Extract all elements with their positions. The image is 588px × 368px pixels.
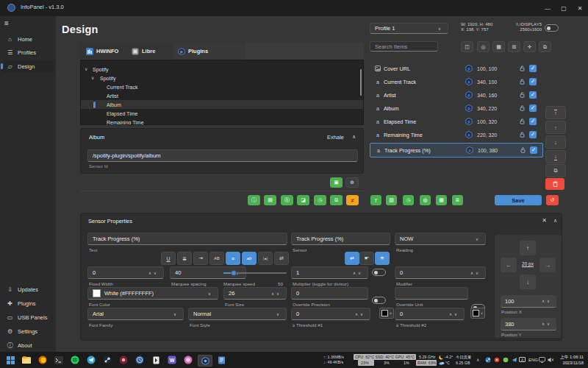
lock-icon[interactable] [520, 105, 525, 111]
slider-knob[interactable] [231, 270, 237, 276]
tray-language[interactable]: ENG [528, 358, 538, 362]
add-chart-button[interactable]: ▦ [436, 195, 447, 205]
toolbar-power-button[interactable]: ◎ [477, 41, 490, 52]
format-marquee-button[interactable]: ⇄ [274, 252, 289, 265]
format-align-button[interactable]: ≡ [226, 252, 240, 265]
font-color-select[interactable]: White (#FFFFFFFF) ∨ [87, 287, 218, 300]
taskbar-app-notes[interactable] [216, 355, 226, 365]
tray-speaker-icon[interactable] [548, 357, 554, 363]
taskbar-app-w[interactable]: W [167, 355, 177, 365]
taskbar-terminal[interactable] [54, 355, 64, 365]
move-down-button[interactable]: ↓ [545, 135, 566, 149]
move-to-bottom-button[interactable]: ↓ [545, 150, 566, 163]
taskbar-explorer[interactable] [21, 355, 32, 365]
stepper-carets[interactable]: ∧∨ [353, 271, 363, 275]
sidebar-item-plugins[interactable]: ✚ Plugins [2, 297, 54, 309]
stepper-carets[interactable]: ∧∨ [449, 312, 459, 316]
lock-icon[interactable] [520, 66, 525, 71]
start-button[interactable] [5, 355, 15, 365]
tray-green-icon[interactable] [503, 357, 509, 363]
toolbar-move-button[interactable]: ✛ [523, 41, 536, 52]
add-clock-button[interactable]: ◷ [403, 195, 414, 205]
visible-checkbox[interactable]: ✓ [529, 105, 537, 112]
add-text-button[interactable]: T [370, 195, 381, 205]
add-image-button[interactable]: ▨ [386, 195, 397, 205]
taskbar-app-small[interactable] [151, 355, 161, 365]
format-underline-button[interactable]: U [161, 252, 176, 265]
tree-item-spotify-root[interactable]: ∨ Spotify [81, 65, 363, 74]
display-item-artist[interactable]: a Artist p 340, 160 ✓ [370, 88, 542, 102]
override-unit-input[interactable] [395, 287, 468, 300]
visible-checkbox[interactable]: ✓ [529, 91, 537, 99]
override-precision-input[interactable]: 0 [291, 287, 368, 300]
position-y-stepper[interactable]: 380 ∧∨ [501, 318, 556, 330]
profile-select[interactable]: Profile 1 ∨ [370, 23, 448, 34]
toolbar-hide-button[interactable]: ◫ [461, 41, 473, 52]
sidebar-item-profiles[interactable]: ☰ Profiles [2, 46, 54, 58]
plugin-docs-button[interactable]: ▤ [264, 195, 276, 205]
reading-select[interactable]: NOW ∨ [395, 233, 486, 245]
move-up-button[interactable]: ↑ [545, 121, 566, 134]
threshold2-color-select[interactable]: ∨ [470, 308, 485, 319]
nudge-up-button[interactable]: ↑ [520, 241, 536, 255]
reload-button[interactable]: ↺ [546, 195, 559, 205]
visible-checkbox[interactable]: ✓ [529, 131, 537, 138]
stepper-carets[interactable]: ∧∨ [542, 299, 552, 303]
save-button[interactable]: Save [495, 195, 542, 205]
stepper-carets[interactable]: ∧∨ [355, 312, 365, 316]
format-audio-button[interactable]: (●) [258, 252, 273, 265]
tree-item-remaining-time[interactable]: Remaining Time [81, 118, 363, 125]
position-x-stepper[interactable]: 100 ∧∨ [501, 295, 556, 308]
tray-telegram-icon[interactable] [512, 357, 517, 363]
lock-icon[interactable] [520, 92, 525, 98]
search-input[interactable] [370, 41, 438, 52]
close-button[interactable]: ✕ [572, 0, 588, 16]
display-item-cover-url[interactable]: Cover URL p 100, 100 ✓ [370, 62, 542, 75]
tree-item-album-selected[interactable]: Album [81, 100, 363, 109]
close-icon[interactable]: ✕ [542, 217, 547, 224]
sensor-auto-button[interactable]: ✳ [375, 252, 390, 265]
taskbar-app-maroon[interactable] [118, 355, 129, 365]
tree-item-spotify-child[interactable]: ∨ Spotify [81, 74, 363, 82]
stepper-carets[interactable]: ∧∨ [470, 271, 481, 275]
sidebar-item-about[interactable]: ⓘ About [2, 339, 54, 351]
taskbar-telegram[interactable] [86, 355, 96, 365]
add-gauge-button[interactable]: ◍ [420, 195, 431, 205]
lock-icon[interactable] [520, 118, 525, 124]
plugin-clock-button[interactable]: ◷ [314, 195, 326, 205]
chevron-down-icon[interactable]: ∨ [91, 75, 94, 80]
fixed-width-stepper[interactable]: 0 ∧∨ [87, 266, 164, 279]
duplicate-button[interactable]: ⧉ [545, 164, 566, 177]
modifier-stepper[interactable]: 0 ∧∨ [395, 266, 486, 279]
tray-display-icon[interactable] [539, 357, 545, 363]
plugin-folder-button[interactable]: ◪ [297, 195, 309, 205]
lock-icon[interactable] [520, 147, 526, 153]
tray-red-icon[interactable] [494, 357, 500, 363]
sidebar-item-design[interactable]: ▱ Design [2, 60, 54, 72]
sensor-id-input[interactable]: /spotify-plugin/spotify/album [87, 149, 358, 162]
multiplier-stepper[interactable]: 1 ∧∨ [291, 266, 368, 279]
tab-hwinfo[interactable]: HWiNFO [82, 43, 123, 60]
taskbar-app-pink[interactable] [183, 355, 193, 365]
minimize-button[interactable]: — [539, 0, 556, 16]
stepper-carets[interactable]: ∧∨ [271, 291, 282, 296]
collapse-chevron-icon[interactable]: ∧ [553, 218, 557, 224]
font-size-stepper[interactable]: 26 ∧∨ [223, 287, 287, 300]
nudge-down-button[interactable]: ↓ [520, 275, 536, 289]
stepper-carets[interactable]: ∧∨ [542, 322, 552, 326]
taskbar-app-blue-clock[interactable] [135, 355, 145, 365]
taskbar-firefox[interactable] [37, 355, 48, 365]
plugin-copy-button[interactable]: ⧉ [330, 195, 343, 205]
hamburger-menu-icon[interactable]: ≡ [4, 19, 14, 27]
format-wrap-button[interactable]: ab [242, 252, 257, 265]
sidebar-item-usb-panels[interactable]: ▭ USB Panels [2, 311, 54, 323]
threshold2-stepper[interactable]: 0 ∧∨ [395, 308, 465, 320]
text-input[interactable]: Track Progress (%) [87, 233, 287, 245]
sensor-link-button[interactable]: ⇌ [345, 252, 359, 265]
format-rtl-button[interactable]: ⇥ [193, 252, 208, 265]
nudge-left-button[interactable]: ← [501, 258, 517, 272]
collapse-chevron-icon[interactable]: ∧ [352, 134, 356, 140]
tree-item-artist[interactable]: Artist [81, 91, 363, 100]
lock-icon[interactable] [520, 132, 525, 138]
stepper-carets[interactable]: ∧∨ [148, 271, 159, 275]
